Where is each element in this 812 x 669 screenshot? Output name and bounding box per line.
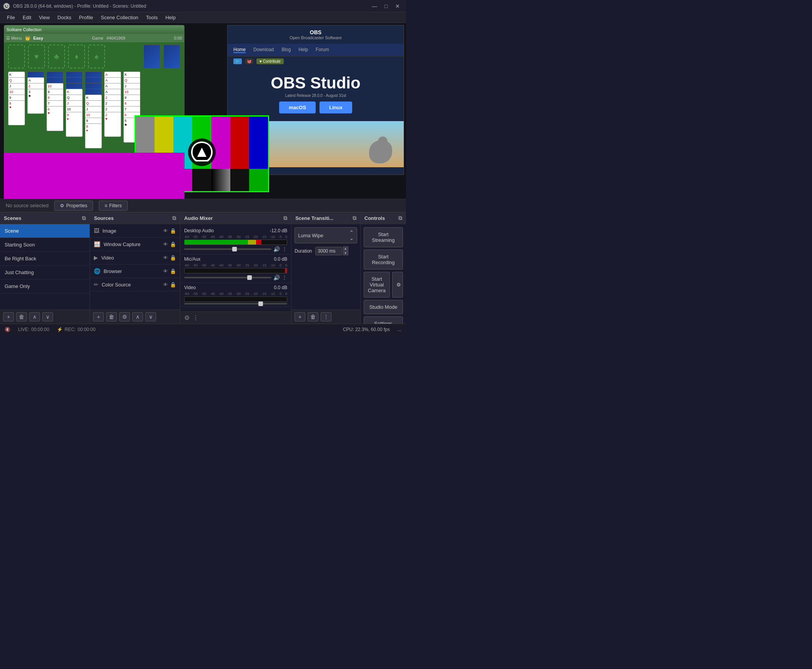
source-window-lock[interactable]: 🔒 xyxy=(170,242,176,247)
maximize-button[interactable]: □ xyxy=(381,2,392,10)
close-button[interactable]: ✕ xyxy=(392,2,403,10)
image-source-icon: 🖼 xyxy=(94,228,99,234)
scene-item-starting-soon[interactable]: Starting Soon xyxy=(0,238,89,252)
audio-panel-icon[interactable]: ⧉ xyxy=(283,215,287,222)
audio-desktop-slider[interactable] xyxy=(184,249,271,250)
source-browser-lock[interactable]: 🔒 xyxy=(170,268,176,274)
audio-desktop-mute[interactable]: 🔊 xyxy=(273,246,280,252)
menu-docks[interactable]: Docks xyxy=(54,13,75,22)
duration-row: Duration ▲ ▼ xyxy=(294,247,357,255)
macos-download-button[interactable]: macOS xyxy=(279,101,316,113)
sources-move-up-button[interactable]: ∧ xyxy=(132,312,143,321)
preview-canvas: Solitaire Collection ☰ Menu 👑 Easy Game … xyxy=(0,23,406,199)
gear-icon: ⚙ xyxy=(60,203,64,208)
scenes-add-button[interactable]: + xyxy=(3,312,14,321)
audio-toolbar: ⚙ ⋮ xyxy=(180,311,291,324)
transitions-add-button[interactable]: + xyxy=(294,312,305,321)
menu-profile[interactable]: Profile xyxy=(75,13,97,22)
source-browser-visibility[interactable]: 👁 xyxy=(163,268,168,274)
source-item-image[interactable]: 🖼 Image 👁 🔒 xyxy=(90,224,180,238)
scene-item-just-chatting[interactable]: Just Chatting xyxy=(0,266,89,279)
menu-help[interactable]: Help xyxy=(161,13,180,22)
live-label: LIVE: xyxy=(18,327,29,332)
virtual-camera-settings-button[interactable]: ⚙ xyxy=(392,272,403,298)
menu-scene-collection[interactable]: Scene Collection xyxy=(97,13,142,22)
obs-latest-release: Latest Release 28.0.0 - August 31st xyxy=(235,93,396,97)
properties-label: Properties xyxy=(66,203,87,208)
rec-label: REC: xyxy=(65,327,76,332)
controls-content: Start Streaming Start Recording Start Vi… xyxy=(361,224,406,334)
obs-web-hero: OBS Studio Latest Release 28.0.0 - Augus… xyxy=(228,66,404,121)
start-recording-button[interactable]: Start Recording xyxy=(364,250,403,269)
menu-view[interactable]: View xyxy=(35,13,54,22)
audio-mic-menu[interactable]: ⋮ xyxy=(282,274,287,281)
scene-item-be-right-back[interactable]: Be Right Back xyxy=(0,252,89,266)
status-cpu: CPU: 22.3%, 60.00 fps xyxy=(343,327,390,332)
transition-select[interactable]: Luma Wipe ⌃⌄ xyxy=(294,227,357,244)
scene-item-scene[interactable]: Scene xyxy=(0,224,89,238)
audio-panel-header: Audio Mixer ⧉ xyxy=(180,213,291,224)
scenes-move-up-button[interactable]: ∧ xyxy=(29,312,40,321)
window-capture-source-icon: 🪟 xyxy=(94,241,100,247)
source-video-lock[interactable]: 🔒 xyxy=(170,255,176,261)
status-mute: 🔇 xyxy=(5,327,10,332)
duration-input[interactable] xyxy=(315,247,342,255)
filters-button[interactable]: ≡ Filters xyxy=(99,201,128,211)
audio-video-name: Video xyxy=(184,285,196,290)
scenes-remove-button[interactable]: 🗑 xyxy=(16,312,27,321)
minimize-button[interactable]: — xyxy=(369,2,380,10)
audio-menu-icon[interactable]: ⋮ xyxy=(193,314,199,321)
audio-mic-db: 0.0 dB xyxy=(274,256,287,262)
transitions-remove-button[interactable]: 🗑 xyxy=(308,312,318,321)
linux-download-button[interactable]: Linux xyxy=(319,101,352,113)
start-streaming-button[interactable]: Start Streaming xyxy=(364,227,403,247)
sources-panel-icon[interactable]: ⧉ xyxy=(172,215,176,222)
sources-move-down-button[interactable]: ∨ xyxy=(145,312,156,321)
audio-mic-slider[interactable] xyxy=(184,277,271,278)
audio-channel-desktop: Desktop Audio -12.0 dB -60-55-50-45-40-3… xyxy=(180,226,291,254)
scenes-panel-icon[interactable]: ⧉ xyxy=(82,215,86,222)
source-item-color-source[interactable]: ✏ Color Source 👁 🔒 xyxy=(90,278,180,291)
source-image-actions: 👁 🔒 xyxy=(163,228,176,234)
scene-item-game-only[interactable]: Game Only xyxy=(0,279,89,293)
studio-mode-button[interactable]: Studio Mode xyxy=(364,300,403,314)
source-item-browser[interactable]: 🌐 Browser 👁 🔒 xyxy=(90,264,180,278)
start-virtual-camera-button[interactable]: Start Virtual Camera xyxy=(364,272,390,298)
sources-settings-button[interactable]: ⚙ xyxy=(119,312,130,321)
scenes-move-down-button[interactable]: ∨ xyxy=(42,312,53,321)
audio-settings-icon[interactable]: ⚙ xyxy=(184,314,190,321)
menu-file[interactable]: File xyxy=(3,13,19,22)
menu-edit[interactable]: Edit xyxy=(19,13,35,22)
audio-desktop-slider-row: 🔊 ⋮ xyxy=(184,246,287,252)
source-color-lock[interactable]: 🔒 xyxy=(170,282,176,287)
source-image-lock[interactable]: 🔒 xyxy=(170,228,176,234)
audio-mic-mute[interactable]: 🔊 xyxy=(273,274,280,281)
source-video-visibility[interactable]: 👁 xyxy=(163,255,168,261)
duration-down[interactable]: ▼ xyxy=(343,251,348,255)
obs-hero-buttons: macOS Linux xyxy=(235,101,396,113)
status-live: LIVE: 00:00:00 xyxy=(18,327,49,332)
source-window-visibility[interactable]: 👁 xyxy=(163,242,168,247)
transitions-menu-button[interactable]: ⋮ xyxy=(321,312,331,321)
source-item-window-capture[interactable]: 🪟 Window Capture 👁 🔒 xyxy=(90,238,180,251)
transitions-panel-icon[interactable]: ⧉ xyxy=(353,215,356,222)
menu-tools[interactable]: Tools xyxy=(142,13,161,22)
sources-panel-title: Sources xyxy=(94,215,113,221)
audio-video-db: 0.0 dB xyxy=(274,285,287,290)
audio-desktop-menu[interactable]: ⋮ xyxy=(282,246,287,252)
audio-video-slider[interactable] xyxy=(184,303,287,304)
source-image-visibility[interactable]: 👁 xyxy=(163,228,168,234)
sources-add-button[interactable]: + xyxy=(93,312,104,321)
source-color-visibility[interactable]: 👁 xyxy=(163,282,168,287)
menubar: File Edit View Docks Profile Scene Colle… xyxy=(0,12,406,23)
duration-up[interactable]: ▲ xyxy=(343,247,348,251)
scenes-panel-header: Scenes ⧉ xyxy=(0,213,89,224)
source-color-actions: 👁 🔒 xyxy=(163,282,176,287)
audio-mixer-panel: Audio Mixer ⧉ Desktop Audio -12.0 dB -60… xyxy=(180,213,291,324)
controls-panel-icon[interactable]: ⧉ xyxy=(398,215,402,222)
sources-remove-button[interactable]: 🗑 xyxy=(106,312,117,321)
properties-button[interactable]: ⚙ Properties xyxy=(54,201,93,211)
transitions-content: Luma Wipe ⌃⌄ Duration ▲ ▼ xyxy=(291,224,360,309)
source-item-video[interactable]: ▶ Video 👁 🔒 xyxy=(90,251,180,264)
audio-video-bar xyxy=(184,296,287,302)
